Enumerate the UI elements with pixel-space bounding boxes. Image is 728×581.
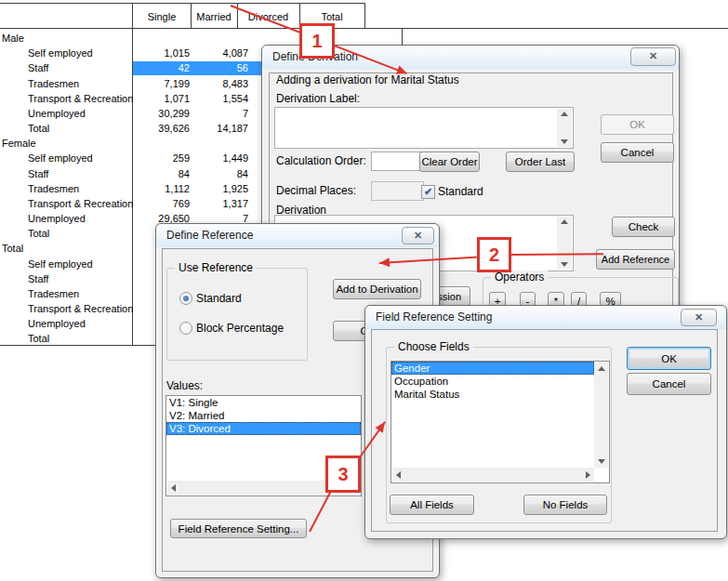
field-reference-setting-dialog: Field Reference Setting ✕ Choose Fields … — [364, 305, 727, 539]
scroll-down-icon[interactable] — [561, 139, 568, 144]
fields-list-item[interactable]: Occupation — [391, 375, 609, 388]
choose-fields-caption: Choose Fields — [394, 340, 473, 353]
radio-standard-label[interactable]: Standard — [196, 292, 242, 305]
standard-checkbox-label[interactable]: Standard — [438, 185, 483, 198]
values-caption: Values: — [166, 379, 203, 392]
screenshot-canvas: Single Married Divorced Total MaleSelf e… — [0, 0, 728, 581]
callout-2-arrowhead — [379, 257, 390, 268]
close-button[interactable]: ✕ — [630, 47, 676, 66]
ok-button[interactable]: OK — [601, 114, 674, 135]
check-button[interactable]: Check — [612, 217, 675, 237]
standard-checkbox[interactable]: ✔ — [421, 185, 435, 199]
clear-order-button[interactable]: Clear Order — [419, 152, 480, 172]
add-to-derivation-button[interactable]: Add to Derivation — [333, 279, 421, 299]
all-fields-button[interactable]: All Fields — [390, 495, 474, 515]
decimal-places-caption: Decimal Places: — [276, 184, 356, 197]
define-reference-titlebar[interactable]: Define Reference — [156, 224, 439, 247]
col-header-married[interactable]: Married — [191, 11, 237, 22]
no-fields-button[interactable]: No Fields — [523, 495, 607, 515]
fields-list-item[interactable]: Marital Status — [391, 388, 609, 401]
field-reference-titlebar[interactable]: Field Reference Setting — [365, 306, 726, 329]
scroll-down-icon[interactable] — [561, 262, 568, 267]
scroll-left-icon[interactable] — [396, 471, 401, 479]
fields-listbox[interactable]: GenderOccupationMarital Status — [390, 361, 610, 483]
col-header-single[interactable]: Single — [133, 11, 191, 22]
define-reference-title: Define Reference — [166, 229, 253, 242]
scroll-left-icon[interactable] — [171, 484, 176, 492]
calculation-order-input[interactable] — [371, 152, 424, 171]
use-reference-group: Use Reference — [166, 268, 308, 361]
close-icon: ✕ — [695, 311, 703, 323]
callout-step-3: 3 — [325, 456, 361, 493]
derivation-intro-text: Adding a derivation for Marital Status — [276, 73, 459, 86]
callout-step-2: 2 — [477, 237, 511, 272]
field-reference-setting-button[interactable]: Field Reference Setting... — [170, 519, 307, 538]
radio-block-percentage-label[interactable]: Block Percentage — [196, 322, 284, 335]
check-icon: ✔ — [424, 187, 432, 197]
fields-hscrollbar[interactable] — [392, 468, 594, 482]
derivation-label-input[interactable] — [274, 107, 574, 149]
close-icon: ✕ — [649, 50, 657, 61]
fields-items: GenderOccupationMarital Status — [391, 362, 609, 401]
callout-step-1: 1 — [299, 23, 335, 59]
values-list-item[interactable]: V2: Married — [166, 409, 361, 422]
values-list-item[interactable]: V1: Single — [166, 396, 361, 409]
operators-caption: Operators — [491, 271, 548, 284]
textbox-scrollbar[interactable] — [557, 109, 572, 147]
scroll-right-icon[interactable] — [586, 471, 590, 479]
radio-standard[interactable] — [179, 292, 192, 305]
field-ok-button[interactable]: OK — [627, 347, 711, 370]
radio-block-percentage[interactable] — [179, 322, 192, 335]
fields-list-item[interactable]: Gender — [391, 362, 594, 375]
table-col-divider — [364, 3, 365, 28]
fields-vscrollbar[interactable] — [594, 363, 608, 468]
order-last-button[interactable]: Order Last — [506, 152, 575, 172]
close-button[interactable]: ✕ — [681, 309, 717, 326]
values-list-item[interactable]: V3: Divorced — [166, 422, 361, 435]
scroll-down-icon[interactable] — [598, 459, 605, 464]
cancel-button[interactable]: Cancel — [601, 142, 674, 163]
close-button[interactable]: ✕ — [402, 227, 434, 244]
use-reference-caption: Use Reference — [175, 261, 257, 274]
values-items: V1: SingleV2: MarriedV3: Divorced — [166, 396, 361, 435]
scroll-up-icon[interactable] — [598, 366, 605, 371]
field-reference-title: Field Reference Setting — [376, 310, 492, 324]
field-cancel-button[interactable]: Cancel — [627, 373, 711, 395]
scroll-up-icon[interactable] — [561, 112, 568, 116]
add-reference-button[interactable]: Add Reference — [596, 249, 675, 270]
table-header-underline — [0, 28, 728, 29]
textbox-scrollbar[interactable] — [557, 217, 572, 270]
calculation-order-caption: Calculation Order: — [276, 154, 366, 167]
decimal-places-input[interactable] — [371, 181, 424, 201]
scroll-up-icon[interactable] — [561, 219, 568, 224]
col-header-total[interactable]: Total — [299, 11, 364, 22]
close-icon: ✕ — [414, 230, 422, 241]
derivation-label-caption: Derivation Label: — [276, 92, 360, 105]
table-top-border — [0, 3, 364, 4]
